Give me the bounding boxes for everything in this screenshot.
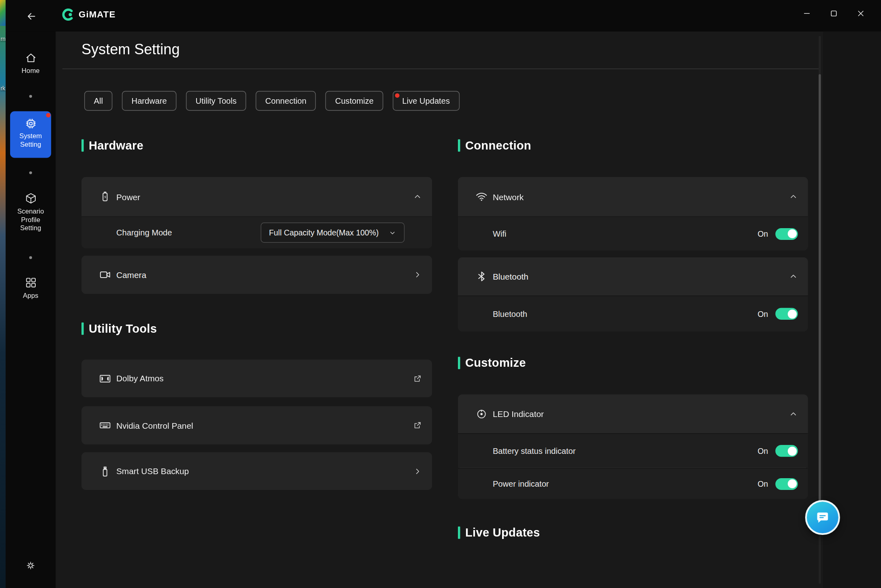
maximize-button[interactable] <box>820 2 847 25</box>
filter-chip-live-updates[interactable]: Live Updates <box>393 91 459 111</box>
close-button[interactable] <box>847 2 875 25</box>
sidebar-item-scenario-profile-setting[interactable]: Scenario Profile Setting <box>6 192 56 233</box>
back-arrow-icon <box>26 11 37 22</box>
chip-label: All <box>94 96 103 105</box>
toggle-knob <box>787 309 796 318</box>
network-card: Network Wifi On <box>458 177 808 251</box>
filter-chip-hardware[interactable]: Hardware <box>122 91 176 111</box>
sidebar-item-apps[interactable]: Apps <box>6 276 56 300</box>
minimize-icon <box>804 10 810 17</box>
filter-chip-row: All Hardware Utility Tools Connection Cu… <box>84 91 460 111</box>
dolby-atmos-row[interactable]: Dolby Atmos <box>81 359 432 397</box>
toggle-knob <box>787 229 796 238</box>
row-label: Network <box>493 192 524 201</box>
wifi-toggle[interactable] <box>775 228 798 239</box>
sidebar-item-label: System Setting <box>10 132 51 149</box>
chip-label: Customize <box>335 96 374 105</box>
bluetooth-icon <box>475 270 488 283</box>
desktop-text-fragment: rk <box>0 86 5 92</box>
sidebar-separator-dot <box>29 171 32 174</box>
home-icon <box>24 52 37 64</box>
close-icon <box>857 10 864 17</box>
apps-grid-icon <box>24 276 37 289</box>
toggle-state-label: On <box>757 447 768 455</box>
notification-dot <box>46 113 51 118</box>
section-title: Utility Tools <box>89 322 157 335</box>
toggle-knob <box>787 479 796 488</box>
cube-icon <box>24 192 37 205</box>
chevron-up-icon <box>789 272 798 281</box>
wifi-icon <box>475 190 488 203</box>
led-indicator-card: LED Indicator Battery status indicator O… <box>458 394 808 499</box>
row-label: Power <box>116 192 140 201</box>
battery-status-indicator-row: Battery status indicator On <box>458 433 808 468</box>
camera-icon <box>99 269 111 281</box>
usb-drive-icon <box>99 465 111 477</box>
camera-row[interactable]: Camera <box>81 256 432 294</box>
chevron-up-icon <box>789 192 798 201</box>
sidebar-item-label: Home <box>6 67 56 75</box>
section-header-connection: Connection <box>458 139 531 152</box>
dropdown-value: Full Capacity Mode(Max 100%) <box>269 228 379 237</box>
sidebar-item-system-setting[interactable]: System Setting <box>10 111 51 158</box>
minimize-button[interactable] <box>793 2 821 25</box>
scrollbar-thumb[interactable] <box>819 74 821 518</box>
dolby-icon <box>99 372 111 385</box>
sidebar-item-home[interactable]: Home <box>6 52 56 75</box>
bluetooth-card: Bluetooth Bluetooth On <box>458 257 808 331</box>
battery-status-toggle[interactable] <box>775 445 798 457</box>
row-label: LED Indicator <box>493 409 544 419</box>
row-label: Battery status indicator <box>493 447 576 455</box>
section-accent-bar <box>458 357 460 369</box>
filter-chip-customize[interactable]: Customize <box>325 91 383 111</box>
row-label: Bluetooth <box>493 309 527 318</box>
filter-chip-all[interactable]: All <box>84 91 112 111</box>
section-accent-bar <box>458 139 460 152</box>
chip-label: Live Updates <box>402 96 450 105</box>
nvidia-control-panel-row[interactable]: Nvidia Control Panel <box>81 406 432 444</box>
toggle-knob <box>787 447 796 455</box>
back-button[interactable] <box>22 7 40 25</box>
section-header-live-updates: Live Updates <box>458 526 540 539</box>
power-indicator-row: Power indicator On <box>458 468 808 499</box>
sidebar-separator-dot <box>29 95 32 98</box>
network-expander-row[interactable]: Network <box>458 177 808 216</box>
smart-usb-backup-row[interactable]: Smart USB Backup <box>81 452 432 490</box>
sidebar-item-label: Apps <box>6 292 56 300</box>
power-expander-row[interactable]: Power <box>81 177 432 216</box>
section-title: Live Updates <box>465 526 540 539</box>
chip-label: Hardware <box>132 96 167 105</box>
row-label: Wifi <box>493 229 507 238</box>
row-label: Dolby Atmos <box>116 374 164 383</box>
row-label: Camera <box>116 270 146 280</box>
charging-mode-dropdown[interactable]: Full Capacity Mode(Max 100%) <box>261 222 404 243</box>
window-controls <box>793 2 875 25</box>
sidebar: Home System Setting Scenario Profile Set… <box>6 32 56 588</box>
section-accent-bar <box>81 139 84 152</box>
filter-chip-connection[interactable]: Connection <box>256 91 316 111</box>
bluetooth-expander-row[interactable]: Bluetooth <box>458 257 808 295</box>
chat-bubble-icon <box>815 510 830 526</box>
toggle-state-label: On <box>757 309 768 318</box>
chat-support-button[interactable] <box>805 500 840 535</box>
desktop-wallpaper-corner <box>0 0 6 26</box>
toggle-state-label: On <box>757 229 768 238</box>
filter-chip-utility-tools[interactable]: Utility Tools <box>186 91 246 111</box>
row-label: Power indicator <box>493 479 549 488</box>
led-indicator-expander-row[interactable]: LED Indicator <box>458 394 808 433</box>
power-indicator-toggle[interactable] <box>775 478 798 490</box>
gimate-logo-icon <box>62 9 75 21</box>
section-accent-bar <box>458 526 460 539</box>
wifi-row: Wifi On <box>458 216 808 251</box>
chevron-right-icon <box>413 466 422 475</box>
titlebar: GiMATE <box>6 0 881 32</box>
settings-button[interactable] <box>6 560 56 571</box>
app-logo: GiMATE <box>62 9 116 21</box>
bluetooth-toggle[interactable] <box>775 308 798 320</box>
chip-icon <box>24 118 37 130</box>
sidebar-separator-dot <box>29 256 32 259</box>
smart-usb-backup-card: Smart USB Backup <box>81 452 432 490</box>
bluetooth-row: Bluetooth On <box>458 295 808 331</box>
chip-label: Connection <box>265 96 306 105</box>
charging-mode-row: Charging Mode Full Capacity Mode(Max 100… <box>81 216 432 248</box>
